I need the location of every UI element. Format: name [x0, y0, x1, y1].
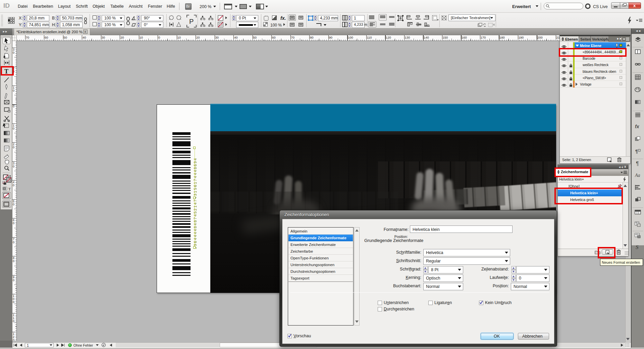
- svg-text:¶: ¶: [635, 149, 638, 154]
- svg-text:¶: ¶: [636, 161, 639, 166]
- svg-text:P: P: [189, 18, 194, 25]
- svg-text:fx: fx: [635, 124, 640, 129]
- svg-text:T: T: [8, 187, 11, 191]
- svg-text:Aa: Aa: [635, 173, 640, 178]
- svg-text:S: S: [636, 244, 639, 250]
